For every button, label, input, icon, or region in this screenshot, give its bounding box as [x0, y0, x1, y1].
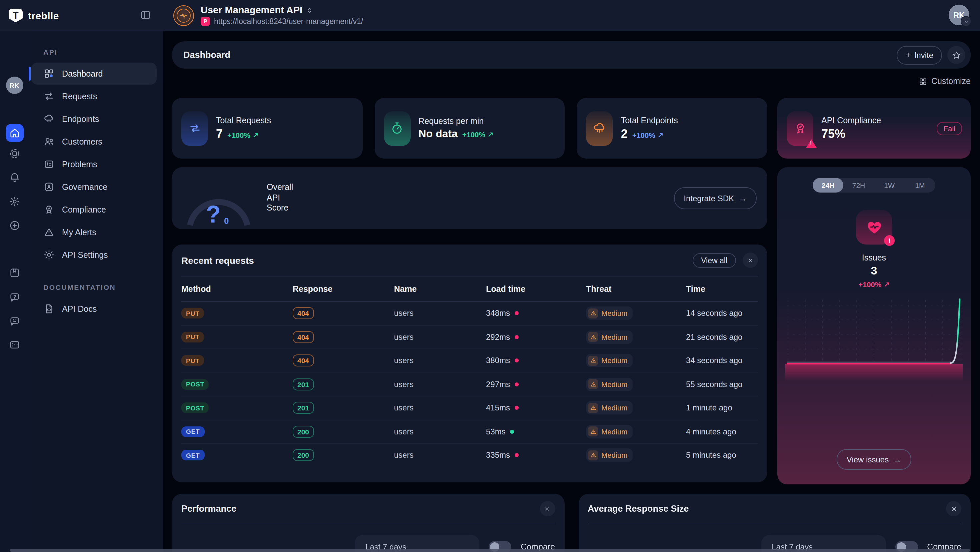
issues-delta: +100% ↗	[777, 281, 970, 289]
sidebar-item-api-docs[interactable]: API Docs	[31, 298, 157, 320]
favorite-button[interactable]	[947, 46, 965, 64]
name-cell: users	[394, 333, 486, 342]
close-panel-button[interactable]	[946, 501, 961, 516]
shortcuts-icon[interactable]	[9, 339, 20, 351]
panel-header: Performance	[181, 494, 555, 524]
column-header: Response	[293, 284, 394, 293]
response-cell: 200	[293, 449, 394, 462]
chevron-down-icon	[963, 18, 969, 24]
chevrons-up-down-icon[interactable]	[305, 6, 313, 14]
threat-level: Medium	[601, 451, 627, 459]
warning-triangle-icon	[588, 450, 598, 460]
load-time-value: 335ms	[486, 451, 510, 460]
compliance-icon	[43, 204, 55, 215]
main-content: Dashboard + Invite Customize Total Reque…	[163, 31, 980, 552]
sidebar-item-problems[interactable]: Problems	[31, 153, 157, 175]
load-time-cell: 348ms	[486, 309, 586, 318]
table-row[interactable]: PUT404users292msMedium21 seconds ago	[181, 325, 758, 349]
invite-button[interactable]: + Invite	[897, 46, 942, 64]
rail-user-avatar[interactable]: RK	[6, 77, 23, 94]
star-icon	[952, 50, 961, 60]
plus-icon: +	[905, 50, 911, 59]
response-badge: 200	[293, 426, 313, 438]
sidebar-collapse-icon[interactable]	[140, 10, 151, 21]
tab-72h[interactable]: 72H	[843, 178, 874, 192]
threat-cell: Medium	[586, 378, 686, 391]
settings-icon[interactable]	[9, 196, 20, 207]
horizontal-scrollbar[interactable]	[10, 549, 970, 551]
api-compliance-card[interactable]: API Compliance 75% Fail	[777, 98, 970, 159]
stat-card-requests-per-min[interactable]: Requests per minNo data+100% ↗	[374, 98, 565, 159]
threat-cell: Medium	[586, 449, 686, 462]
threat-badge: Medium	[586, 401, 633, 415]
time-cell: 5 minutes ago	[686, 451, 758, 460]
close-recent-button[interactable]	[743, 252, 758, 268]
threat-cell: Medium	[586, 307, 686, 320]
table-row[interactable]: POST201users415msMedium1 minute ago	[181, 396, 758, 419]
sidebar-item-dashboard[interactable]: Dashboard	[31, 63, 157, 85]
sidebar-item-api-settings[interactable]: API Settings	[31, 244, 157, 266]
table-row[interactable]: PUT404users380msMedium34 seconds ago	[181, 349, 758, 372]
response-cell: 404	[293, 355, 394, 367]
api-title[interactable]: User Management API	[200, 5, 302, 15]
tab-1m[interactable]: 1M	[905, 178, 935, 192]
score-label-line: Score	[267, 203, 674, 214]
compliance-value: 75%	[821, 127, 845, 141]
user-avatar[interactable]: RK	[949, 5, 969, 25]
app-window: T treblle User Management API P https://…	[0, 0, 980, 552]
load-time-value: 348ms	[486, 309, 510, 318]
integrate-sdk-button[interactable]: Integrate SDK →	[674, 187, 757, 209]
response-badge: 404	[293, 355, 313, 367]
api-avatar[interactable]	[173, 5, 194, 25]
notifications-icon[interactable]	[9, 172, 20, 183]
changelog-icon[interactable]	[9, 267, 20, 279]
stopwatch-tile	[383, 111, 410, 146]
method-badge: PUT	[181, 332, 204, 343]
sidebar-item-governance[interactable]: Governance	[31, 176, 157, 198]
home-icon[interactable]	[5, 124, 23, 142]
sidebar-item-my-alerts[interactable]: My Alerts	[31, 221, 157, 243]
governance-icon	[43, 181, 55, 192]
sidebar-item-label: API Settings	[62, 250, 108, 260]
svg-text:?: ?	[206, 201, 221, 226]
customize-button[interactable]: Customize	[172, 77, 970, 86]
sidebar-item-endpoints[interactable]: Endpoints	[31, 108, 157, 130]
sidebar-item-customers[interactable]: Customers	[31, 131, 157, 152]
method-badge: POST	[181, 403, 209, 413]
table-row[interactable]: GET200users335msMedium5 minutes ago	[181, 443, 758, 467]
view-all-button[interactable]: View all	[692, 253, 736, 268]
load-time-value: 292ms	[486, 333, 510, 342]
sidebar-item-requests[interactable]: Requests	[31, 85, 157, 107]
stat-card-total-requests[interactable]: Total Requests7+100% ↗	[172, 98, 362, 159]
environment-badge: P	[200, 17, 210, 26]
warning-triangle-icon	[588, 356, 598, 366]
api-docs-icon	[43, 303, 55, 314]
recent-requests-title: Recent requests	[181, 255, 692, 265]
treblle-logo-icon: T	[9, 8, 23, 22]
feedback-icon[interactable]	[9, 316, 20, 327]
integrations-icon[interactable]	[9, 148, 20, 159]
stat-card-total-endpoints[interactable]: Total Endpoints2+100% ↗	[577, 98, 767, 159]
threat-level: Medium	[601, 309, 627, 317]
table-row[interactable]: PUT404users348msMedium14 seconds ago	[181, 302, 758, 325]
threat-cell: Medium	[586, 425, 686, 438]
table-row[interactable]: GET200users53msMedium4 minutes ago	[181, 419, 758, 443]
avatar-dropdown-badge[interactable]	[961, 16, 971, 27]
sidebar-item-label: My Alerts	[62, 228, 96, 237]
help-icon[interactable]	[9, 292, 20, 303]
threat-cell: Medium	[586, 354, 686, 368]
view-issues-button[interactable]: View issues →	[837, 449, 912, 470]
load-time-dot	[515, 335, 519, 339]
method-cell: POST	[181, 379, 293, 390]
sidebar-item-label: Dashboard	[62, 69, 103, 78]
tab-1w[interactable]: 1W	[874, 178, 905, 192]
sidebar-item-compliance[interactable]: Compliance	[31, 198, 157, 220]
method-cell: PUT	[181, 308, 293, 319]
stat-value: No data	[418, 128, 457, 140]
tab-24h[interactable]: 24H	[813, 178, 843, 192]
response-cell: 404	[293, 331, 394, 343]
add-icon[interactable]	[9, 220, 20, 231]
close-panel-button[interactable]	[540, 501, 555, 516]
table-row[interactable]: POST201users297msMedium55 seconds ago	[181, 372, 758, 396]
alert-triangle-icon	[806, 139, 817, 148]
